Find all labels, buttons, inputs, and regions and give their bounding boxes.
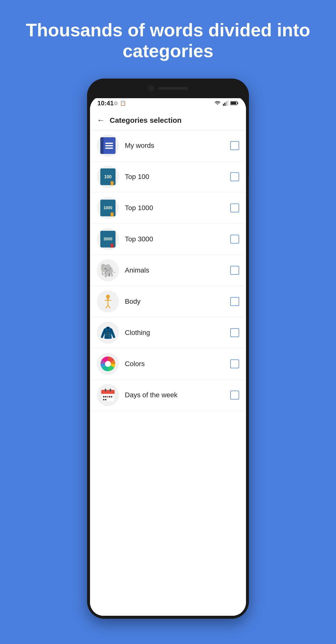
list-item[interactable]: 100 Top 100 xyxy=(90,161,246,192)
top100-icon-wrapper: 100 xyxy=(97,166,119,188)
svg-rect-18 xyxy=(105,389,106,392)
list-item[interactable]: Days of the week xyxy=(90,380,246,411)
signal-icon xyxy=(223,100,228,106)
svg-point-25 xyxy=(109,396,110,398)
animals-label: Animals xyxy=(125,266,230,274)
wifi-icon xyxy=(214,100,221,106)
hero-section: Thousands of words divided into categori… xyxy=(0,0,336,76)
camera xyxy=(148,86,154,91)
svg-line-11 xyxy=(106,305,108,308)
body-checkbox[interactable] xyxy=(230,297,239,306)
calendar-icon xyxy=(100,388,115,403)
top1000-checkbox[interactable] xyxy=(230,204,239,212)
svg-point-23 xyxy=(105,396,106,398)
my-words-icon-wrapper xyxy=(97,134,119,157)
colors-label: Colors xyxy=(125,360,230,368)
clothing-checkbox[interactable] xyxy=(230,328,239,337)
svg-rect-6 xyxy=(231,102,236,104)
my-words-checkbox[interactable] xyxy=(230,141,239,150)
list-item[interactable]: Body xyxy=(90,286,246,317)
svg-point-7 xyxy=(106,294,110,298)
hero-title: Thousands of words divided into categori… xyxy=(24,20,312,62)
top1000-icon-wrapper: 1000 xyxy=(97,197,119,219)
clothing-label: Clothing xyxy=(125,329,230,336)
jacket-icon: 🧥 xyxy=(100,326,116,339)
list-item[interactable]: 🧥 Clothing xyxy=(90,317,246,348)
colors-checkbox[interactable] xyxy=(230,360,239,368)
notification-icon: ⊙ xyxy=(114,100,118,106)
animals-checkbox[interactable] xyxy=(230,266,239,275)
svg-rect-0 xyxy=(223,104,224,106)
book-100-icon: 100 xyxy=(100,168,115,185)
svg-point-14 xyxy=(105,361,111,367)
app-bar: ← Categories selection xyxy=(90,110,246,130)
phone-mockup: 10:41 ⊙ 📋 xyxy=(87,78,249,619)
book-3000-icon: 3000 xyxy=(100,231,115,248)
days-icon-wrapper xyxy=(97,384,119,406)
top3000-icon-wrapper: 3000 xyxy=(97,228,119,250)
list-item[interactable]: 🐘 Animals xyxy=(90,255,246,286)
svg-rect-8 xyxy=(107,298,109,300)
elephant-icon: 🐘 xyxy=(100,264,116,277)
my-words-label: My words xyxy=(125,142,230,150)
list-item[interactable]: 3000 Top 3000 xyxy=(90,224,246,255)
svg-point-26 xyxy=(111,396,112,398)
phone-top-bar xyxy=(87,78,249,98)
status-time: 10:41 xyxy=(97,100,114,107)
top100-label: Top 100 xyxy=(125,173,230,181)
svg-line-12 xyxy=(108,305,110,308)
phone-screen: 10:41 ⊙ 📋 xyxy=(90,96,246,616)
status-left-icons: ⊙ 📋 xyxy=(114,100,126,106)
svg-rect-3 xyxy=(227,100,228,106)
phone-frame: 10:41 ⊙ 📋 xyxy=(87,78,249,619)
svg-point-27 xyxy=(103,399,104,400)
book-1000-icon: 1000 xyxy=(100,200,115,216)
list-item[interactable]: My words xyxy=(90,130,246,161)
list-item[interactable]: 1000 Top 1000 xyxy=(90,192,246,224)
battery-icon xyxy=(230,101,239,105)
notebook-icon xyxy=(100,137,115,154)
svg-rect-2 xyxy=(226,102,227,106)
page-title: Categories selection xyxy=(110,116,181,124)
clipboard-icon: 📋 xyxy=(120,100,126,106)
status-icons xyxy=(214,100,239,106)
svg-rect-17 xyxy=(101,392,114,394)
days-checkbox[interactable] xyxy=(230,390,239,400)
svg-rect-19 xyxy=(110,389,111,392)
body-label: Body xyxy=(125,298,230,306)
top3000-label: Top 3000 xyxy=(125,235,230,243)
body-icon-wrapper xyxy=(97,290,119,312)
svg-rect-1 xyxy=(224,103,225,106)
categories-list: My words 100 Top 100 xyxy=(90,130,246,616)
top1000-label: Top 1000 xyxy=(125,204,230,212)
svg-rect-5 xyxy=(237,102,238,104)
side-button xyxy=(249,177,249,201)
body-icon xyxy=(101,294,115,309)
clothing-icon-wrapper: 🧥 xyxy=(97,322,119,344)
top3000-checkbox[interactable] xyxy=(230,235,239,244)
speaker xyxy=(158,87,188,90)
svg-point-24 xyxy=(107,396,108,398)
top100-checkbox[interactable] xyxy=(230,172,239,181)
days-of-week-label: Days of the week xyxy=(125,391,230,399)
back-button[interactable]: ← xyxy=(97,116,105,125)
animals-icon-wrapper: 🐘 xyxy=(97,259,119,281)
color-wheel-icon xyxy=(100,356,115,372)
list-item[interactable]: Colors xyxy=(90,348,246,380)
svg-point-22 xyxy=(103,396,104,398)
svg-point-28 xyxy=(105,399,106,400)
colors-icon-wrapper xyxy=(97,353,119,375)
